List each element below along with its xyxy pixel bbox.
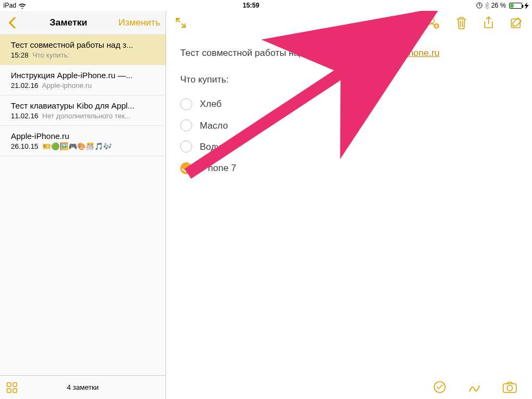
note-subtitle: Что купить: (180, 72, 518, 87)
sketch-icon[interactable] (468, 381, 481, 394)
device-label: iPad (3, 2, 16, 9)
note-title: Тест клавиатуры Kibo для Appl... (11, 101, 158, 110)
battery-icon (508, 3, 522, 9)
checklist-item[interactable]: Масло (180, 115, 518, 136)
expand-icon[interactable] (176, 18, 186, 28)
note-title: Тест совместной работы над з... (11, 40, 158, 49)
note-list-item[interactable]: Инструкция Apple-iPhone.ru —... 21.02.16… (0, 65, 166, 96)
back-button[interactable] (5, 17, 18, 29)
svg-point-10 (507, 385, 512, 391)
note-body[interactable]: Тест совместной работы над заметками для… (166, 35, 532, 189)
orientation-lock-icon (476, 2, 483, 9)
checklist-label: iPhone 7 (200, 161, 236, 175)
note-list-item[interactable]: Тест совместной работы над з... 15:28 Чт… (0, 35, 166, 65)
checklist-item[interactable]: Воду (180, 136, 518, 157)
note-subtitle: 26.10.15 🎫🟢🖼️🎮🎨🎊🎵🎶 (11, 142, 158, 150)
status-time: 15:59 (26, 2, 476, 9)
note-subtitle: 15:28 Что купить: (11, 51, 158, 59)
sidebar-title: Заметки (18, 17, 118, 28)
note-subtitle: 11.02.16 Нет дополнительного тек... (11, 112, 158, 120)
sidebar: Заметки Изменить Тест совместной работы … (0, 11, 166, 399)
checkbox-unchecked-icon[interactable] (180, 141, 192, 153)
note-detail: Тест совместной работы над заметками для… (166, 11, 532, 399)
checklist-item[interactable]: iPhone 7 (180, 157, 518, 179)
svg-rect-3 (7, 389, 11, 392)
svg-rect-1 (7, 383, 11, 387)
detail-footer (166, 375, 532, 399)
checklist-label: Масло (200, 118, 228, 133)
battery-percent: 26 % (491, 2, 506, 9)
add-person-icon[interactable] (426, 16, 440, 29)
note-list-item[interactable]: Apple-iPhone.ru 26.10.15 🎫🟢🖼️🎮🎨🎊🎵🎶 (0, 126, 166, 156)
checklist-label: Воду (200, 140, 221, 154)
checklist-item[interactable]: Хлеб (180, 93, 518, 115)
checkbox-unchecked-icon[interactable] (180, 98, 192, 110)
camera-icon[interactable] (503, 381, 517, 393)
note-subtitle: 21.02.16 Apple-iphone.ru (11, 81, 158, 90)
grid-view-icon[interactable] (7, 382, 17, 393)
svg-rect-4 (13, 389, 17, 392)
checklist-icon[interactable] (433, 381, 446, 394)
sidebar-footer: 4 заметки (0, 375, 166, 399)
status-bar: iPad 15:59 26 % (0, 0, 532, 11)
note-list: Тест совместной работы над з... 15:28 Чт… (0, 35, 166, 375)
checklist: Хлеб Масло Воду iPhone 7 (180, 93, 518, 179)
note-count: 4 заметки (17, 383, 148, 391)
bluetooth-icon (485, 2, 489, 9)
note-list-item[interactable]: Тест клавиатуры Kibo для Appl... 11.02.1… (0, 96, 166, 126)
trash-icon[interactable] (456, 16, 467, 29)
checkbox-checked-icon[interactable] (180, 162, 192, 174)
detail-toolbar (166, 11, 532, 35)
note-title: Apple-iPhone.ru (11, 131, 158, 141)
checkbox-unchecked-icon[interactable] (180, 119, 192, 131)
wifi-icon (18, 3, 26, 9)
note-title: Инструкция Apple-iPhone.ru —... (11, 71, 158, 80)
edit-button[interactable]: Изменить (118, 17, 160, 28)
share-icon[interactable] (483, 16, 494, 29)
svg-point-5 (429, 18, 434, 23)
charging-icon (524, 2, 529, 9)
svg-rect-2 (13, 383, 17, 387)
compose-icon[interactable] (510, 17, 522, 29)
checklist-label: Хлеб (200, 97, 221, 111)
note-heading: Тест совместной работы над заметками для… (180, 46, 518, 60)
sidebar-header: Заметки Изменить (0, 11, 166, 35)
note-link[interactable]: Apple-iPhone.ru (373, 48, 440, 58)
